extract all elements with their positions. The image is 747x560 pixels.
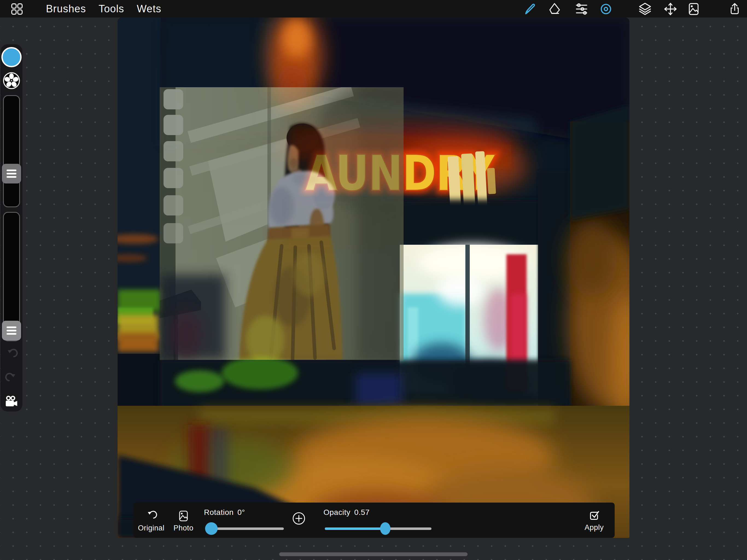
rotation-value: 0°: [237, 508, 245, 516]
home-indicator[interactable]: [279, 552, 468, 556]
canvas[interactable]: AUNDRY AUNDRY: [118, 18, 629, 538]
current-color-swatch[interactable]: [1, 47, 22, 67]
original-label: Original: [136, 524, 166, 532]
photo-icon: [177, 510, 190, 522]
opacity-value: 0.57: [354, 508, 370, 516]
menu-brushes[interactable]: Brushes: [46, 3, 86, 15]
opacity-fill: [325, 528, 386, 530]
add-rotation-button[interactable]: [292, 511, 306, 526]
move-tool-icon[interactable]: [663, 2, 677, 16]
left-toolbar: [1, 44, 22, 411]
rotation-label: Rotation0°: [204, 508, 245, 517]
export-icon[interactable]: [728, 2, 742, 16]
apply-check-icon: [588, 509, 600, 522]
opacity-label: Opacity0.57: [324, 508, 370, 517]
menu-wets[interactable]: Wets: [137, 3, 161, 15]
eraser-tool-icon[interactable]: [547, 2, 562, 16]
menu-bar: Brushes Tools Wets: [46, 0, 161, 18]
photo-overlay: [160, 84, 424, 365]
image-import-icon[interactable]: [687, 2, 701, 16]
photo-overlay-bar: Original Photo Rotation0° Opacity0.57 Ap…: [133, 503, 615, 538]
photo-label: Photo: [169, 524, 199, 532]
apply-button[interactable]: Apply: [579, 509, 609, 532]
brush-tool-icon[interactable]: [523, 2, 537, 16]
adjustments-icon[interactable]: [574, 2, 589, 16]
slider-2-handle[interactable]: [2, 321, 21, 340]
opacity-slider[interactable]: [325, 522, 432, 535]
layers-icon[interactable]: [638, 2, 652, 16]
original-button[interactable]: Original: [136, 510, 166, 532]
redo-icon[interactable]: [5, 372, 18, 385]
brush-slider-2[interactable]: [3, 212, 20, 341]
photo-button[interactable]: Photo: [169, 510, 199, 532]
menu-tools[interactable]: Tools: [98, 3, 124, 15]
top-toolbar: Brushes Tools Wets: [0, 0, 747, 18]
undo-icon[interactable]: [5, 348, 18, 361]
reset-icon: [145, 510, 157, 522]
slider-1-handle[interactable]: [2, 164, 21, 183]
smudge-tool-icon[interactable]: [599, 2, 613, 16]
brush-slider-1[interactable]: [3, 95, 20, 207]
artwork-painting: AUNDRY AUNDRY: [118, 18, 629, 538]
timelapse-camera-icon[interactable]: [4, 395, 19, 409]
apps-grid-icon[interactable]: [10, 2, 24, 16]
apply-label: Apply: [579, 524, 609, 532]
rotation-handle[interactable]: [205, 522, 217, 535]
rotation-slider[interactable]: [206, 522, 284, 535]
color-wheel-flower-icon[interactable]: [2, 72, 21, 90]
opacity-handle[interactable]: [380, 522, 390, 535]
